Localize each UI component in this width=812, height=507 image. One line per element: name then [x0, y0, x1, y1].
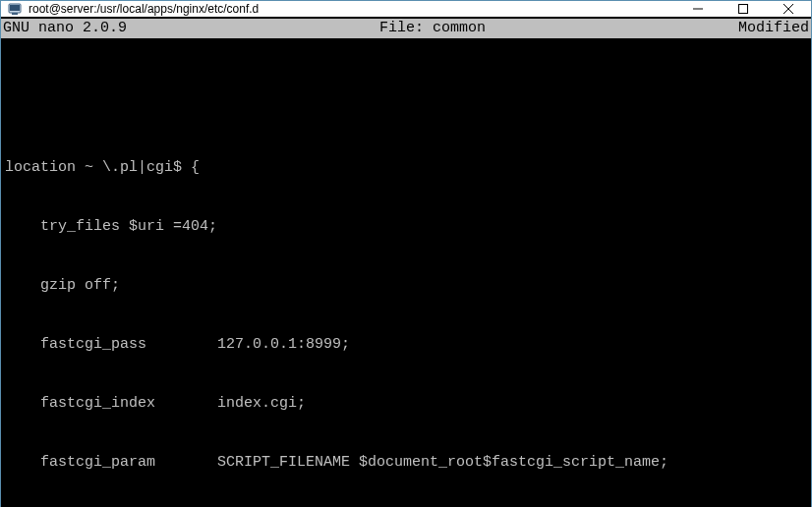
- editor-line: gzip off;: [5, 276, 807, 296]
- editor-line: fastcgi_pass 127.0.0.1:8999;: [5, 335, 807, 355]
- window-controls: [675, 1, 811, 17]
- nano-file-label: File: common: [127, 19, 738, 38]
- minimize-button[interactable]: [675, 1, 721, 17]
- nano-app-name: GNU nano 2.0.9: [3, 19, 127, 38]
- putty-icon: [7, 1, 23, 17]
- svg-rect-1: [10, 5, 20, 11]
- editor-body[interactable]: location ~ \.pl|cgi$ { try_files $uri =4…: [1, 38, 811, 507]
- window-title: root@server:/usr/local/apps/nginx/etc/co…: [29, 2, 675, 16]
- putty-window: root@server:/usr/local/apps/nginx/etc/co…: [0, 0, 812, 507]
- svg-rect-2: [12, 13, 18, 15]
- editor-line: fastcgi_param SCRIPT_FILENAME $document_…: [5, 453, 807, 473]
- svg-rect-4: [739, 5, 748, 14]
- nano-header: GNU nano 2.0.9 File: common Modified: [1, 19, 811, 38]
- nano-modified-label: Modified: [738, 19, 809, 38]
- editor-line: fastcgi_index index.cgi;: [5, 394, 807, 414]
- editor-line: location ~ \.pl|cgi$ {: [5, 158, 807, 178]
- terminal[interactable]: GNU nano 2.0.9 File: common Modified loc…: [1, 17, 811, 507]
- titlebar: root@server:/usr/local/apps/nginx/etc/co…: [1, 1, 811, 17]
- maximize-button[interactable]: [721, 1, 766, 17]
- close-button[interactable]: [766, 1, 811, 17]
- editor-line: try_files $uri =404;: [5, 217, 807, 237]
